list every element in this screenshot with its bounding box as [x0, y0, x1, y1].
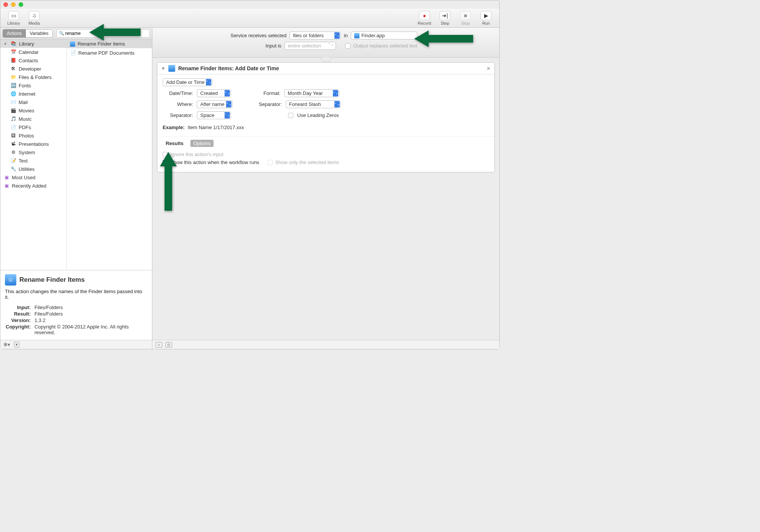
- input-is-label: Input is: [266, 43, 282, 49]
- input-is-select: entire selection: [285, 42, 336, 50]
- tab-options[interactable]: Options: [190, 140, 214, 147]
- output-replaces-checkbox: [345, 43, 350, 49]
- window-titlebar: [0, 0, 499, 9]
- result-rename-pdf-documents[interactable]: 📄Rename PDF Documents: [67, 48, 152, 57]
- cat-developer[interactable]: 🛠Developer: [0, 65, 66, 73]
- close-window-button[interactable]: [3, 2, 8, 7]
- toolbar-step-button[interactable]: ➔| Step: [435, 11, 454, 25]
- annotation-arrow-search: [89, 21, 142, 44]
- svg-marker-0: [89, 24, 141, 41]
- workflow-view-log-icon[interactable]: ⊟: [165, 342, 172, 347]
- cat-internet[interactable]: 🌐Internet: [0, 90, 66, 98]
- library-category-list[interactable]: ▼📚Library 📅Calendar 📕Contacts 🛠Developer…: [0, 39, 67, 270]
- workflow-view-list-icon[interactable]: ≡: [155, 342, 162, 347]
- leading-zeros-checkbox[interactable]: [288, 113, 293, 118]
- annotation-arrow-app-field: [414, 27, 475, 50]
- toolbar-run-button[interactable]: ▶ Run: [477, 11, 496, 25]
- action-finder-icon: [168, 65, 175, 72]
- cat-contacts[interactable]: 📕Contacts: [0, 56, 66, 65]
- cat-most-used[interactable]: ▣Most Used: [0, 173, 66, 182]
- media-icon: ♫: [29, 11, 40, 20]
- rename-mode-select[interactable]: Add Date or Time: [163, 78, 212, 86]
- separator2-select[interactable]: Forward Slash: [286, 100, 341, 108]
- action-disclosure-icon[interactable]: ▼: [161, 66, 165, 71]
- toolbar-library-button[interactable]: ▭ Library: [4, 11, 23, 25]
- service-receives-label: Service receives selected: [230, 33, 286, 38]
- action-rename-finder-items: ▼ Rename Finder Items: Add Date or Time …: [157, 62, 495, 172]
- minimize-window-button[interactable]: [11, 2, 16, 7]
- step-icon: ➔|: [440, 11, 450, 20]
- cat-pdfs[interactable]: 📄PDFs: [0, 123, 66, 131]
- toolbar-stop-button[interactable]: ■ Stop: [456, 11, 475, 25]
- library-root[interactable]: ▼📚Library: [0, 39, 66, 48]
- sidebar-mode-segmented[interactable]: Actions Variables: [3, 29, 53, 38]
- example-row: Example:Item Name 1/17/2017.xxx: [163, 122, 489, 133]
- toolbar-record-button[interactable]: ● Record: [415, 11, 434, 25]
- action-title: Rename Finder Items: Add Date or Time: [178, 65, 483, 71]
- show-only-selected-checkbox: [268, 160, 273, 165]
- cat-fonts[interactable]: 🔤Fonts: [0, 81, 66, 90]
- cat-mail[interactable]: ✉️Mail: [0, 98, 66, 106]
- datetime-select[interactable]: Created: [197, 89, 231, 97]
- actions-results-list[interactable]: Rename Finder Items 📄Rename PDF Document…: [67, 39, 152, 270]
- toolbar: ▭ Library ♫ Media ● Record ➔| Step ■ Sto…: [0, 9, 499, 28]
- annotation-arrow-checkbox: [157, 152, 180, 213]
- cat-recently-added[interactable]: ▣Recently Added: [0, 182, 66, 190]
- service-app-field[interactable]: Finder.app: [351, 32, 417, 39]
- run-icon: ▶: [481, 11, 491, 20]
- tab-results[interactable]: Results: [163, 140, 187, 147]
- info-description: This action changes the names of the Fin…: [5, 289, 147, 300]
- record-icon: ●: [419, 11, 430, 20]
- finder-app-icon: [354, 33, 359, 38]
- cat-music[interactable]: 🎵Music: [0, 115, 66, 123]
- action-close-button[interactable]: ✕: [486, 66, 491, 71]
- cat-movies[interactable]: 🎬Movies: [0, 106, 66, 115]
- svg-marker-1: [414, 30, 473, 47]
- cat-files-folders[interactable]: 📁Files & Folders: [0, 73, 66, 81]
- format-select[interactable]: Month Day Year: [284, 89, 339, 97]
- library-icon: ▭: [8, 11, 19, 20]
- cat-photos[interactable]: 🖼Photos: [0, 131, 66, 140]
- toolbar-media-button[interactable]: ♫ Media: [25, 11, 44, 25]
- gear-menu-icon[interactable]: ✻▾: [3, 342, 10, 347]
- info-title: Rename Finder Items: [19, 276, 85, 284]
- stop-icon: ■: [460, 11, 471, 20]
- where-select[interactable]: After name: [197, 100, 233, 108]
- collapse-icon[interactable]: ▾: [14, 342, 19, 347]
- separator1-select[interactable]: Space: [197, 111, 231, 119]
- svg-marker-2: [160, 152, 177, 211]
- zoom-window-button[interactable]: [19, 2, 23, 7]
- search-icon: 🔍: [59, 31, 64, 36]
- cat-system[interactable]: ⚙System: [0, 148, 66, 156]
- cat-presentations[interactable]: 📽Presentations: [0, 140, 66, 148]
- action-info-pane: ☺ Rename Finder Items This action change…: [0, 270, 152, 340]
- service-receives-select[interactable]: files or folders: [290, 32, 341, 39]
- finder-icon: ☺: [5, 274, 16, 286]
- cat-text[interactable]: 📝Text: [0, 156, 66, 165]
- cat-calendar[interactable]: 📅Calendar: [0, 48, 66, 56]
- tab-variables[interactable]: Variables: [26, 29, 52, 38]
- tab-actions[interactable]: Actions: [3, 29, 26, 38]
- cat-utilities[interactable]: 🔧Utilities: [0, 165, 66, 173]
